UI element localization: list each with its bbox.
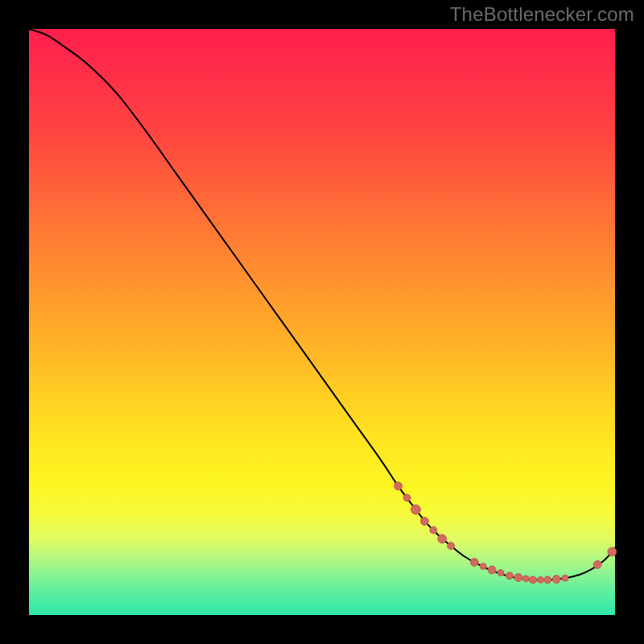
curve-markers: [394, 482, 617, 584]
curve-marker: [514, 573, 522, 581]
curve-marker: [562, 575, 568, 581]
curve-marker: [420, 518, 428, 526]
curve-marker: [448, 543, 455, 550]
curve-marker: [438, 535, 447, 543]
curve-marker: [394, 482, 402, 490]
curve-marker: [538, 576, 544, 583]
curve-svg: [29, 29, 615, 615]
plot-area: [29, 29, 615, 615]
curve-marker: [593, 560, 601, 568]
curve-marker: [522, 576, 529, 582]
curve-marker: [530, 576, 537, 584]
curve-marker: [403, 494, 411, 502]
curve-marker: [430, 526, 437, 534]
curve-marker: [544, 576, 551, 584]
curve-marker: [480, 564, 486, 570]
bottleneck-curve: [29, 29, 615, 580]
curve-marker: [552, 576, 560, 584]
curve-marker: [608, 547, 617, 556]
curve-marker: [411, 505, 420, 514]
curve-marker: [506, 572, 513, 580]
chart-frame: TheBottlenecker.com: [0, 0, 644, 644]
curve-marker: [488, 566, 496, 574]
curve-marker: [470, 558, 478, 566]
curve-marker: [497, 570, 504, 576]
watermark-text: TheBottlenecker.com: [450, 3, 634, 26]
